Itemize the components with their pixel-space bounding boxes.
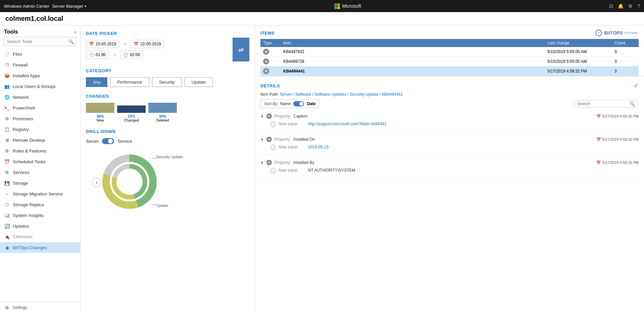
breadcrumb-software[interactable]: Software bbox=[295, 92, 311, 97]
sidebar-collapse-btn[interactable]: ‹ bbox=[75, 29, 76, 35]
to-time-field[interactable]: 🕐 02:00 bbox=[120, 51, 143, 59]
prop-date-3: 📅 5/17/2019 4:58:32 PM bbox=[596, 161, 639, 165]
search-tools-container: 🔍 bbox=[0, 37, 80, 49]
sidebar-label-processes: Processes bbox=[13, 116, 33, 121]
microsoft-logo bbox=[334, 3, 340, 9]
sidebar-footer: ⚙ Settings bbox=[0, 302, 80, 313]
server-manager-btn[interactable]: Server Manager ▾ bbox=[52, 4, 86, 9]
search-input[interactable] bbox=[4, 37, 76, 46]
prop-collapse-1[interactable]: ▼ bbox=[260, 115, 264, 118]
row3-date: 5/17/2019 4:58:32 PM bbox=[545, 66, 612, 76]
sidebar-item-files[interactable]: 📄 Files bbox=[0, 49, 80, 59]
details-search-box: 🔍 bbox=[574, 100, 639, 108]
sidebar-item-firewall[interactable]: 🛡 Firewall bbox=[0, 59, 80, 70]
category-btn-any[interactable]: Any bbox=[86, 77, 107, 87]
breadcrumb-security-update[interactable]: Security Update bbox=[350, 92, 378, 97]
side-nav-icon: ⇌ bbox=[238, 46, 244, 54]
breadcrumb-kb[interactable]: KB4494441 bbox=[382, 92, 403, 97]
to-date-field[interactable]: 📅 22-05-2019 bbox=[131, 40, 164, 48]
sidebar-item-storage[interactable]: 💾 Storage bbox=[0, 178, 80, 188]
sidebar-item-extensions[interactable]: 🔌 Extensions bbox=[0, 231, 80, 242]
deleted-label: Deleted bbox=[156, 118, 169, 122]
donut-chart-container: ‹ bbox=[86, 148, 173, 215]
help-icon[interactable]: ? bbox=[637, 3, 640, 9]
sidebar-label-settings: Settings bbox=[13, 305, 27, 310]
legend-security-update: Security Update bbox=[156, 155, 183, 159]
property-group-1: ▼ N Property: Caption 📅 5/17/2019 4:58:3… bbox=[260, 112, 639, 131]
installed-apps-icon: 📦 bbox=[4, 73, 10, 79]
page-header: colmem1.col.local bbox=[0, 12, 644, 26]
category-btn-performance[interactable]: Performance bbox=[110, 77, 149, 87]
drilldown-area: DRILL-DOWN Server Service bbox=[86, 129, 249, 215]
sidebar-item-updates[interactable]: 🔄 Updates bbox=[0, 221, 80, 231]
topbar-left: Windows Admin Center Server Manager ▾ bbox=[4, 4, 86, 9]
terminal-icon[interactable]: ⊡ bbox=[609, 3, 613, 9]
biitops-subtitle: CHANNEL bbox=[624, 31, 639, 35]
sidebar-item-settings[interactable]: ⚙ Settings bbox=[0, 302, 80, 313]
details-search-input[interactable] bbox=[577, 101, 628, 106]
sidebar-item-network[interactable]: 🌐 Network bbox=[0, 92, 80, 102]
sidebar-label-scheduled-tasks: Scheduled Tasks bbox=[13, 159, 46, 164]
sidebar-label-roles-features: Roles & Features bbox=[13, 148, 46, 153]
sidebar-item-installed-apps[interactable]: 📦 Installed Apps bbox=[0, 70, 80, 81]
chevron-icon: ▾ bbox=[85, 4, 86, 8]
prop-value-3: Installed By bbox=[294, 160, 314, 165]
page-title: colmem1.col.local bbox=[5, 15, 639, 23]
details-search-icon[interactable]: 🔍 bbox=[630, 101, 635, 106]
sort-toggle[interactable] bbox=[293, 101, 304, 106]
gear-icon[interactable]: ⚙ bbox=[628, 3, 633, 9]
prop-label-2: Property: bbox=[275, 137, 291, 142]
category-btn-security[interactable]: Security bbox=[152, 77, 182, 87]
date-arrow-icon: → bbox=[122, 41, 127, 47]
sidebar-item-roles-features[interactable]: ⚙ Roles & Features bbox=[0, 145, 80, 156]
prop-collapse-3[interactable]: ▼ bbox=[260, 161, 264, 165]
date-row: 📅 15-05-2019 → 📅 22-05-2019 bbox=[86, 40, 229, 48]
sort-name-option[interactable]: Name bbox=[280, 101, 291, 106]
date-picker-title: DATE PICKER bbox=[86, 31, 229, 36]
sidebar-item-remote-desktop[interactable]: 🖥 Remote Desktop bbox=[0, 135, 80, 145]
sidebar-item-biitops[interactable]: ◉ BiiTOps-Changes bbox=[0, 242, 80, 253]
row3-item: KB4494441 bbox=[281, 66, 545, 76]
table-row[interactable]: N KB4499728 5/15/2019 5:05:05 AM 3 bbox=[260, 57, 639, 66]
storage-icon: 💾 bbox=[4, 180, 10, 186]
breadcrumb-software-updates[interactable]: Software Updates bbox=[314, 92, 346, 97]
sidebar-label-firewall: Firewall bbox=[13, 62, 28, 68]
storage-replica-icon: ⬡ bbox=[4, 202, 10, 208]
sidebar-item-scheduled-tasks[interactable]: ⏰ Scheduled Tasks bbox=[0, 156, 80, 167]
sidebar-label-installed-apps: Installed Apps bbox=[13, 73, 40, 78]
new-val-text-2: 2019-05-15 bbox=[308, 145, 329, 149]
app-name: Windows Admin Center bbox=[4, 4, 49, 9]
microsoft-label: Microsoft bbox=[342, 3, 361, 9]
sidebar-item-powershell[interactable]: >_ PowerShell bbox=[0, 102, 80, 113]
sidebar-item-processes[interactable]: ⚙ Processes bbox=[0, 113, 80, 124]
remote-desktop-icon: 🖥 bbox=[4, 137, 10, 143]
sidebar-item-storage-replica[interactable]: ⬡ Storage Replica bbox=[0, 199, 80, 210]
sidebar-item-local-users[interactable]: 👥 Local Users & Groups bbox=[0, 81, 80, 92]
sort-date-option[interactable]: Date bbox=[307, 101, 315, 106]
sidebar-label-services: Services bbox=[13, 170, 30, 175]
sidebar-item-storage-migration[interactable]: ↔ Storage Migration Service bbox=[0, 188, 80, 199]
table-row[interactable]: N KB4494441 5/17/2019 4:58:32 PM 3 bbox=[260, 66, 639, 76]
sidebar-item-services[interactable]: ⚙ Services bbox=[0, 167, 80, 178]
collapse-details-icon[interactable]: ✓ bbox=[634, 82, 639, 89]
bell-icon[interactable]: 🔔 bbox=[618, 3, 624, 9]
from-time-field[interactable]: 🕐 01:00 bbox=[86, 51, 109, 59]
drilldown-title: DRILL-DOWN bbox=[86, 129, 249, 134]
search-submit-btn[interactable]: 🔍 bbox=[68, 39, 74, 44]
items-table-body: N KB4497932 5/15/2019 5:05:05 AM 3 N KB4… bbox=[260, 47, 639, 76]
biitops-icon: ◉ bbox=[4, 244, 10, 251]
drill-toggle[interactable] bbox=[102, 138, 114, 144]
from-date-field[interactable]: 📅 15-05-2019 bbox=[86, 40, 119, 48]
nav-side-box[interactable]: ⇌ bbox=[233, 38, 249, 61]
sidebar-item-registry[interactable]: 📋 Registry bbox=[0, 124, 80, 135]
items-header: ITEMS ≡ BiiTOPS CHANNEL bbox=[260, 30, 639, 36]
breadcrumb-server[interactable]: Server bbox=[280, 92, 292, 97]
row1-type: N bbox=[260, 47, 281, 57]
details-header: DETAILS ✓ bbox=[260, 82, 639, 89]
table-row[interactable]: N KB4497932 5/15/2019 5:05:05 AM 3 bbox=[260, 47, 639, 57]
prop-collapse-2[interactable]: ▼ bbox=[260, 138, 264, 141]
category-btn-update[interactable]: Update bbox=[185, 77, 213, 87]
sidebar-item-system-insights[interactable]: 📊 System Insights bbox=[0, 210, 80, 221]
row1-count: 3 bbox=[612, 47, 639, 57]
drill-back-btn[interactable]: ‹ bbox=[92, 178, 101, 187]
